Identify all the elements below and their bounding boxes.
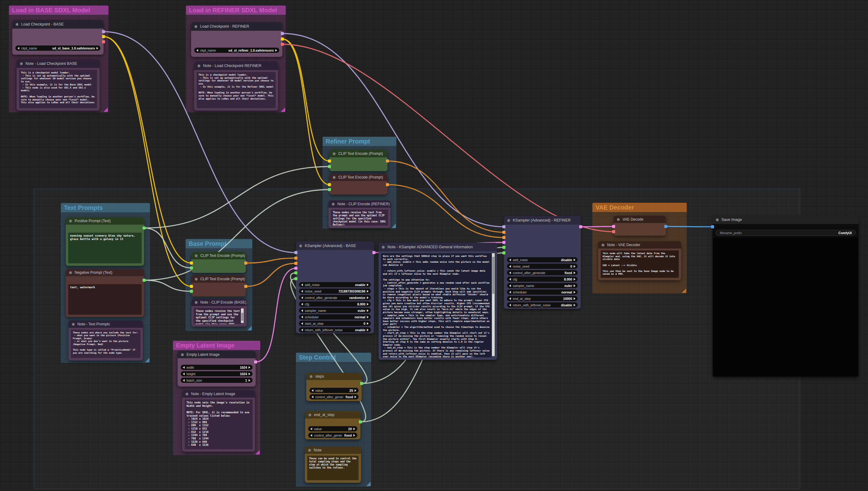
note-textarea[interactable]: This is a checkpoint model loader. - Thi…	[197, 72, 276, 108]
next-value-icon[interactable]	[367, 296, 369, 299]
node-end-at-step-primitive[interactable]: end_at_step value20 control_after_genera…	[305, 411, 360, 439]
prev-value-icon[interactable]	[509, 291, 511, 293]
output-clip-dot[interactable]	[102, 35, 105, 38]
input-latent-dot[interactable]	[502, 241, 505, 244]
prev-value-icon[interactable]	[301, 303, 303, 306]
input-model-dot[interactable]	[502, 225, 505, 228]
next-value-icon[interactable]	[353, 434, 355, 437]
node-header[interactable]: Save Image	[713, 215, 859, 224]
node-header[interactable]: VAE Decode	[614, 216, 666, 223]
node-header[interactable]: CLIP Text Encode (Prompt)	[329, 174, 387, 181]
node-load-checkpoint-refiner[interactable]: Load Checkpoint - REFINER ckpt_name sd_x…	[191, 22, 282, 57]
node-header[interactable]: Positive Prompt (Text)	[66, 217, 144, 225]
node-header[interactable]: CLIP Text Encode (Prompt)	[192, 275, 246, 283]
next-value-icon[interactable]	[574, 265, 576, 268]
output-image-dot[interactable]	[664, 225, 667, 228]
noise-seed-widget[interactable]: noise_seed721897303308196	[299, 289, 371, 294]
cfg-widget[interactable]: cfg8.000	[507, 277, 578, 282]
input-positive-dot[interactable]	[502, 231, 505, 234]
control-after-generate-widget[interactable]: control_after_generatefixed	[507, 270, 578, 275]
prev-value-icon[interactable]	[509, 271, 511, 274]
node-clip-encode-refiner-positive[interactable]: CLIP Text Encode (Prompt)	[329, 150, 387, 171]
node-header[interactable]: Load Checkpoint - BASE	[12, 20, 104, 29]
next-value-icon[interactable]	[353, 428, 355, 430]
prev-value-icon[interactable]	[509, 278, 511, 281]
height-widget[interactable]: height1024	[181, 371, 253, 376]
input-model-dot[interactable]	[294, 251, 297, 254]
next-value-icon[interactable]	[249, 379, 251, 382]
scrollbar[interactable]	[241, 309, 244, 323]
wire-string[interactable]	[144, 280, 192, 291]
input-steps-dot[interactable]	[502, 246, 505, 249]
input-clip-dot[interactable]	[328, 183, 331, 186]
wire-string[interactable]	[144, 167, 329, 228]
input-clip-dot[interactable]	[328, 160, 331, 163]
output-conditioning-dot[interactable]	[244, 261, 247, 264]
end-at-step-widget[interactable]: end_at_step10000	[507, 296, 578, 301]
control-after-generate-widget[interactable]: control_after_generatefixed	[310, 394, 358, 399]
input-latent-dot[interactable]	[294, 267, 297, 270]
node-note-vae-decoder[interactable]: Note - VAE Decoder This node will take t…	[598, 241, 681, 280]
next-value-icon[interactable]	[574, 285, 576, 287]
node-header[interactable]: CLIP Text Encode (Prompt)	[329, 150, 387, 157]
output-conditioning-dot[interactable]	[386, 183, 389, 186]
input-text-dot[interactable]	[328, 165, 331, 168]
node-ksampler-advanced-refiner[interactable]: KSampler (Advanced) - REFINER add_noised…	[504, 216, 581, 309]
next-value-icon[interactable]	[275, 49, 277, 52]
next-value-icon[interactable]	[367, 290, 369, 292]
prev-value-icon[interactable]	[509, 285, 511, 287]
output-latent-dot[interactable]	[254, 360, 257, 364]
node-note-clip-encode-refiner[interactable]: Note - CLIP Encode (REFINER) These nodes…	[328, 200, 390, 228]
prev-value-icon[interactable]	[301, 316, 303, 318]
node-clip-encode-base-negative[interactable]: CLIP Text Encode (Prompt)	[192, 275, 246, 296]
add-noise-widget[interactable]: add_noiseenable	[299, 282, 371, 287]
node-clip-encode-refiner-negative[interactable]: CLIP Text Encode (Prompt)	[329, 174, 387, 195]
node-note-ksampler-info[interactable]: Note - KSampler ADVANCED General Informa…	[379, 243, 497, 360]
ckpt-name-widget[interactable]: ckpt_name sd_xl_base_1.0.safetensors	[16, 46, 100, 51]
node-load-checkpoint-base[interactable]: Load Checkpoint - BASE ckpt_name sd_xl_b…	[12, 20, 104, 55]
output-model-dot[interactable]	[281, 32, 284, 35]
return-with-leftover-noise-widget[interactable]: return_with_leftover_noisedisable	[507, 302, 578, 308]
input-steps-dot[interactable]	[294, 271, 297, 275]
output-vae-dot[interactable]	[102, 40, 105, 43]
input-vae-dot[interactable]	[612, 230, 615, 233]
prev-value-icon[interactable]	[301, 296, 303, 299]
node-empty-latent-image[interactable]: Empty Latent Image width1024 height1024 …	[178, 351, 256, 386]
input-text-dot[interactable]	[190, 266, 193, 269]
prev-value-icon[interactable]	[183, 373, 185, 375]
input-end-at-step-dot[interactable]	[294, 277, 297, 280]
input-start-at-step-dot[interactable]	[502, 251, 505, 254]
prev-value-icon[interactable]	[310, 434, 312, 437]
filename-prefix-widget[interactable]: filename_prefix ComfyUI	[716, 230, 856, 236]
node-vae-decode[interactable]: VAE Decode	[614, 216, 666, 236]
input-negative-dot[interactable]	[502, 236, 505, 239]
node-ksampler-advanced-base[interactable]: KSampler (Advanced) - BASE add_noiseenab…	[296, 241, 374, 334]
node-header[interactable]: Note - Load Checkpoint BASE	[17, 59, 99, 68]
scrollbar[interactable]	[492, 253, 495, 356]
node-note-text-prompts[interactable]: Note - Text Prompts These nodes are wher…	[68, 320, 143, 360]
output-clip-dot[interactable]	[281, 37, 284, 40]
prev-value-icon[interactable]	[18, 47, 19, 50]
node-header[interactable]: Note - CLIP Encode (REFINER)	[328, 200, 390, 208]
node-header[interactable]: steps	[306, 373, 361, 380]
prev-value-icon[interactable]	[183, 379, 185, 382]
return-with-leftover-noise-widget[interactable]: return_with_leftover_noiseenable	[299, 327, 371, 333]
node-header[interactable]: KSampler (Advanced) - REFINER	[504, 216, 581, 225]
next-value-icon[interactable]	[367, 303, 369, 306]
input-clip-dot[interactable]	[190, 285, 193, 288]
prev-value-icon[interactable]	[310, 428, 312, 430]
prev-value-icon[interactable]	[301, 329, 303, 331]
next-value-icon[interactable]	[96, 47, 98, 50]
wire-clip[interactable]	[282, 39, 329, 185]
node-header[interactable]: Note - Load Checkpoint REFINER	[194, 61, 278, 70]
node-header[interactable]: Empty Latent Image	[178, 351, 256, 358]
node-header[interactable]: Note - Text Prompts	[68, 320, 143, 328]
next-value-icon[interactable]	[574, 259, 576, 261]
note-textarea[interactable]: This is a checkpoint model loader. - Thi…	[19, 70, 97, 108]
prev-value-icon[interactable]	[312, 396, 313, 398]
output-string-dot[interactable]	[143, 227, 146, 230]
next-value-icon[interactable]	[574, 297, 576, 300]
scrollbar-thumb[interactable]	[241, 313, 243, 321]
next-value-icon[interactable]	[574, 278, 576, 281]
note-textarea[interactable]: These can be used to control the total s…	[307, 456, 358, 480]
